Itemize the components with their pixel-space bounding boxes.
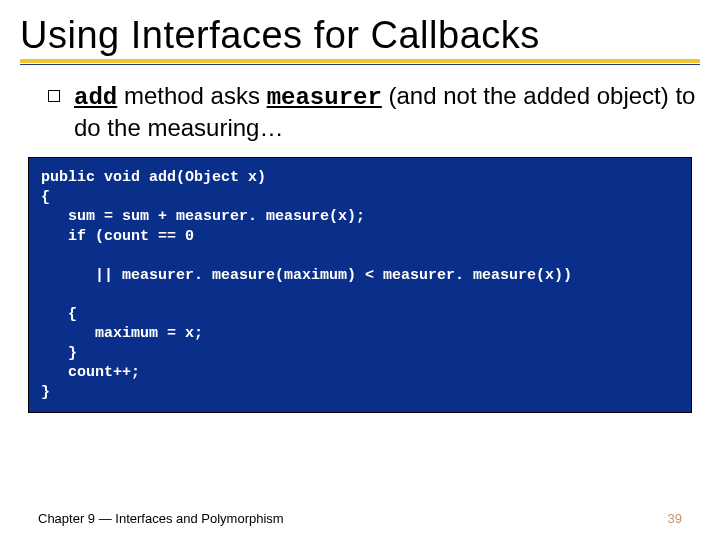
bullet-item: add method asks measurer (and not the ad… (20, 81, 700, 143)
code-block: public void add(Object x) { sum = sum + … (28, 157, 692, 413)
bullet-text: add method asks measurer (and not the ad… (74, 81, 700, 143)
footer-chapter: Chapter 9 — Interfaces and Polymorphism (38, 511, 284, 526)
title-rule (20, 59, 700, 65)
rule-blue (20, 64, 700, 65)
code-word-measurer: measurer (267, 84, 382, 111)
slide-title: Using Interfaces for Callbacks (20, 14, 700, 57)
slide: Using Interfaces for Callbacks add metho… (0, 0, 720, 540)
bullet-text-mid1: method asks (117, 82, 266, 109)
rule-yellow (20, 59, 700, 63)
bullet-marker-icon (48, 90, 60, 102)
code-word-add: add (74, 84, 117, 111)
page-number: 39 (668, 511, 682, 526)
slide-footer: Chapter 9 — Interfaces and Polymorphism … (38, 511, 682, 526)
